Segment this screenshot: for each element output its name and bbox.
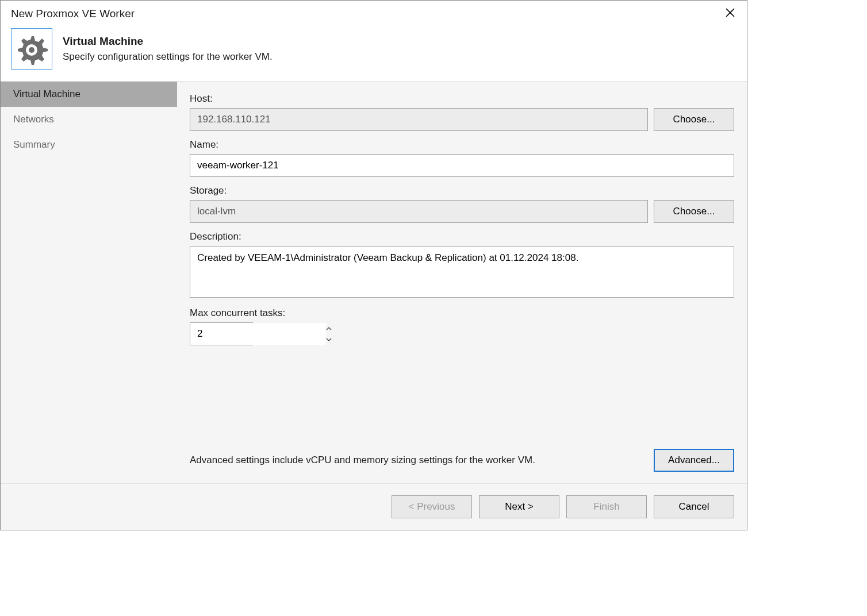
choose-host-button[interactable]: Choose...	[654, 108, 734, 131]
description-label: Description:	[190, 231, 734, 242]
content-panel: Host: Choose... Name: Storage: Choose...	[177, 82, 747, 483]
max-tasks-field-group: Max concurrent tasks:	[190, 307, 734, 345]
sidebar-item-label: Virtual Machine	[13, 88, 80, 99]
titlebar: New Proxmox VE Worker	[1, 1, 747, 25]
advanced-row: Advanced settings include vCPU and memor…	[190, 449, 734, 475]
name-field-group: Name:	[190, 139, 734, 177]
gear-icon	[11, 28, 52, 70]
wizard-footer: < Previous Next > Finish Cancel	[1, 483, 747, 530]
page-heading: Virtual Machine	[63, 35, 273, 48]
sidebar-item-virtual-machine[interactable]: Virtual Machine	[1, 82, 177, 107]
header-text: Virtual Machine Specify configuration se…	[63, 35, 273, 63]
advanced-note: Advanced settings include vCPU and memor…	[190, 455, 535, 466]
close-icon[interactable]	[722, 6, 739, 21]
max-tasks-value[interactable]	[190, 323, 326, 345]
window-title: New Proxmox VE Worker	[11, 7, 135, 20]
name-input[interactable]	[190, 154, 734, 177]
sidebar-item-label: Networks	[13, 114, 54, 125]
finish-button[interactable]: Finish	[566, 495, 647, 518]
spinner-down-icon[interactable]	[326, 334, 332, 345]
max-tasks-label: Max concurrent tasks:	[190, 307, 734, 319]
spinner-up-icon[interactable]	[326, 323, 332, 334]
host-label: Host:	[190, 93, 734, 105]
page-subheading: Specify configuration settings for the w…	[63, 51, 273, 63]
description-field-group: Description:	[190, 231, 734, 299]
host-input[interactable]	[190, 108, 648, 131]
next-button[interactable]: Next >	[479, 495, 559, 518]
storage-field-group: Storage: Choose...	[190, 185, 734, 223]
wizard-body: Virtual Machine Networks Summary Host: C…	[1, 81, 747, 483]
sidebar-item-summary[interactable]: Summary	[1, 132, 177, 157]
svg-point-3	[29, 47, 34, 53]
name-label: Name:	[190, 139, 734, 151]
storage-label: Storage:	[190, 185, 734, 197]
host-field-group: Host: Choose...	[190, 93, 734, 131]
sidebar-item-label: Summary	[13, 139, 55, 150]
max-tasks-spinner[interactable]	[190, 322, 253, 345]
previous-button[interactable]: < Previous	[392, 495, 472, 518]
storage-input[interactable]	[190, 200, 648, 223]
choose-storage-button[interactable]: Choose...	[654, 200, 734, 223]
wizard-dialog: New Proxmox VE Worker Virtual Machine Sp…	[0, 0, 747, 530]
description-input[interactable]	[190, 246, 734, 298]
advanced-button[interactable]: Advanced...	[654, 449, 734, 472]
wizard-header: Virtual Machine Specify configuration se…	[1, 25, 747, 81]
cancel-button[interactable]: Cancel	[654, 495, 734, 518]
sidebar: Virtual Machine Networks Summary	[1, 82, 177, 483]
sidebar-item-networks[interactable]: Networks	[1, 107, 177, 132]
